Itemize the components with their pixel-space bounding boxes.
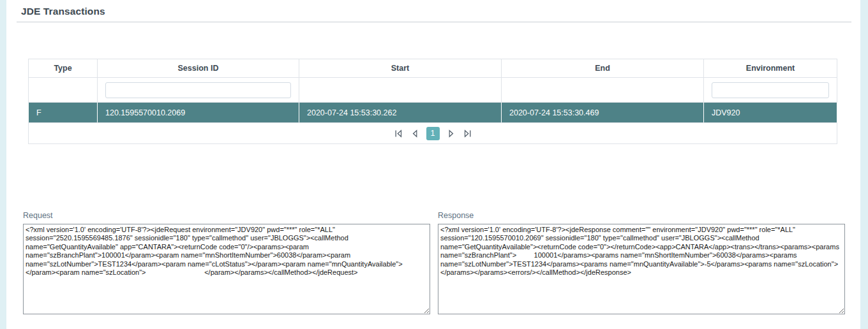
next-page-button[interactable] — [445, 128, 456, 139]
request-label: Request — [23, 211, 53, 220]
first-page-button[interactable] — [393, 128, 404, 139]
cell-session-id[interactable]: 120.1595570010.2069 — [98, 103, 299, 123]
column-header-start[interactable]: Start — [299, 59, 502, 78]
response-label: Response — [438, 211, 474, 220]
table-row[interactable]: F 120.1595570010.2069 2020-07-24 15:53:3… — [29, 103, 837, 123]
cell-type[interactable]: F — [29, 103, 98, 123]
last-page-icon — [463, 129, 472, 138]
previous-page-icon — [410, 129, 420, 138]
content-area: JDE Transactions Type Session ID Start E… — [6, 0, 860, 329]
session-id-filter-input[interactable] — [105, 82, 291, 98]
previous-page-button[interactable] — [410, 128, 421, 139]
column-header-type[interactable]: Type — [29, 59, 98, 78]
filter-cell-environment — [704, 78, 837, 103]
next-page-icon — [446, 129, 456, 138]
column-header-end[interactable]: End — [502, 59, 704, 78]
last-page-button[interactable] — [462, 128, 473, 139]
response-xml-textarea[interactable] — [438, 224, 845, 314]
request-xml-textarea[interactable] — [23, 224, 430, 314]
environment-filter-input[interactable] — [712, 82, 829, 98]
filter-cell-end — [502, 78, 704, 103]
filter-cell-session-id — [98, 78, 299, 103]
cell-end[interactable]: 2020-07-24 15:53:30.469 — [502, 103, 704, 123]
first-page-icon — [394, 129, 403, 138]
filter-row — [29, 78, 837, 103]
table-header-row: Type Session ID Start End Environment — [29, 59, 837, 78]
paginator-row: 1 — [29, 123, 837, 144]
page-number-button[interactable]: 1 — [426, 127, 440, 140]
cell-start[interactable]: 2020-07-24 15:53:30.262 — [299, 103, 502, 123]
transactions-table: Type Session ID Start End Environment — [28, 59, 837, 144]
filter-cell-type — [29, 78, 98, 103]
paginator: 1 — [29, 123, 837, 143]
page-title: JDE Transactions — [21, 6, 105, 17]
column-header-session-id[interactable]: Session ID — [98, 59, 299, 78]
cell-environment[interactable]: JDV920 — [704, 103, 837, 123]
column-header-environment[interactable]: Environment — [704, 59, 837, 78]
title-divider — [17, 22, 851, 22]
filter-cell-start — [299, 78, 502, 103]
